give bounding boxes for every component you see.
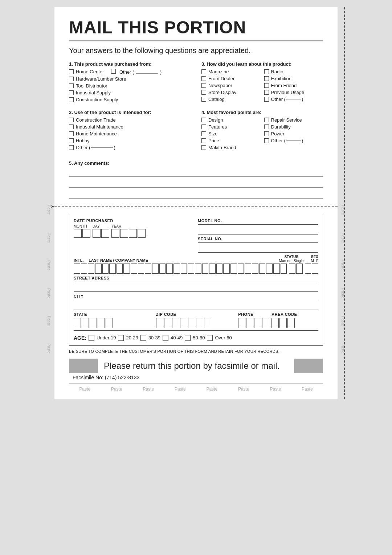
name-cell-24[interactable] <box>238 264 244 274</box>
name-cell-22[interactable] <box>223 264 230 274</box>
name-cell-16[interactable] <box>181 264 187 274</box>
zip-cell-4[interactable] <box>180 318 187 328</box>
name-cell-17[interactable] <box>188 264 194 274</box>
name-cell-12[interactable] <box>152 264 159 274</box>
phone-cell-2[interactable] <box>246 318 253 328</box>
day-cell-1[interactable] <box>93 229 101 238</box>
married-cell[interactable] <box>289 264 295 274</box>
name-cell-3[interactable] <box>88 264 94 274</box>
city-field[interactable] <box>74 300 318 310</box>
month-cell-1[interactable] <box>74 229 82 238</box>
name-cell-25[interactable] <box>245 264 251 274</box>
state-cell-3[interactable] <box>90 318 97 328</box>
q1-cb-2[interactable] <box>69 77 74 81</box>
model-no-field[interactable] <box>198 224 318 234</box>
single-cell[interactable] <box>296 264 303 274</box>
q3-cb-8[interactable] <box>264 83 269 88</box>
q1-cb-other[interactable] <box>111 69 116 74</box>
q4-cb-4[interactable] <box>201 138 206 143</box>
name-cell-9[interactable] <box>131 264 137 274</box>
state-cell-2[interactable] <box>82 318 89 328</box>
q1-cb-3[interactable] <box>69 83 74 88</box>
area-cell-2[interactable] <box>279 318 287 328</box>
name-cell-4[interactable] <box>95 264 102 274</box>
year-cell-1[interactable] <box>111 229 119 238</box>
q3-cb-9[interactable] <box>264 90 269 95</box>
q3-cb-6[interactable] <box>264 69 269 74</box>
q1-cb-4[interactable] <box>69 90 74 95</box>
state-cell-1[interactable] <box>74 318 81 328</box>
name-cell-1[interactable] <box>74 264 80 274</box>
q3-cb-10[interactable] <box>264 97 269 102</box>
day-cell-2[interactable] <box>101 229 109 238</box>
name-cell-7[interactable] <box>117 264 123 274</box>
q4-cb-7[interactable] <box>264 125 269 129</box>
phone-cell-3[interactable] <box>254 318 261 328</box>
q4-cb-5[interactable] <box>201 145 206 150</box>
month-cell-2[interactable] <box>82 229 90 238</box>
m-cell[interactable] <box>305 264 311 274</box>
name-cell-20[interactable] <box>209 264 216 274</box>
q2-cb-5[interactable] <box>69 145 74 150</box>
age-cb-under19[interactable] <box>89 335 94 341</box>
q1-cb-1[interactable] <box>69 69 74 74</box>
q2-cb-3[interactable] <box>69 131 74 136</box>
zip-cell-7[interactable] <box>204 318 211 328</box>
age-cb-3039[interactable] <box>140 335 146 341</box>
name-cell-2[interactable] <box>81 264 87 274</box>
zip-cell-3[interactable] <box>172 318 179 328</box>
area-cell-1[interactable] <box>271 318 279 328</box>
q2-cb-2[interactable] <box>69 125 74 129</box>
area-cell-3[interactable] <box>287 318 295 328</box>
name-cell-26[interactable] <box>252 264 258 274</box>
name-cell-13[interactable] <box>159 264 166 274</box>
zip-cell-2[interactable] <box>164 318 171 328</box>
year-cell-2[interactable] <box>120 229 128 238</box>
name-cell-30[interactable] <box>281 264 287 274</box>
state-cell-4[interactable] <box>98 318 105 328</box>
zip-cell-1[interactable] <box>156 318 163 328</box>
q4-cb-1[interactable] <box>201 118 206 122</box>
name-cell-21[interactable] <box>216 264 223 274</box>
name-cell-29[interactable] <box>273 264 280 274</box>
year-cell-4[interactable] <box>138 229 146 238</box>
q3-cb-1[interactable] <box>201 69 206 74</box>
phone-cell-1[interactable] <box>238 318 245 328</box>
q4-cb-2[interactable] <box>201 125 206 129</box>
q2-cb-4[interactable] <box>69 138 74 143</box>
name-cell-8[interactable] <box>123 264 130 274</box>
serial-no-field[interactable] <box>198 242 318 253</box>
name-cell-14[interactable] <box>166 264 173 274</box>
name-cell-10[interactable] <box>138 264 144 274</box>
name-cell-19[interactable] <box>202 264 209 274</box>
q4-cb-6[interactable] <box>264 118 269 122</box>
street-field[interactable] <box>74 282 318 292</box>
name-cell-18[interactable] <box>195 264 201 274</box>
phone-cell-4[interactable] <box>262 318 269 328</box>
name-cell-11[interactable] <box>145 264 151 274</box>
age-cb-5060[interactable] <box>185 335 191 341</box>
age-cb-2029[interactable] <box>118 335 124 341</box>
state-cell-5[interactable] <box>106 318 113 328</box>
name-cell-6[interactable] <box>109 264 116 274</box>
q1-cb-5[interactable] <box>69 97 74 102</box>
name-cell-5[interactable] <box>102 264 109 274</box>
name-cell-23[interactable] <box>230 264 237 274</box>
name-cell-27[interactable] <box>259 264 266 274</box>
year-cell-3[interactable] <box>129 229 137 238</box>
zip-cell-5[interactable] <box>188 318 195 328</box>
age-cb-4049[interactable] <box>163 335 168 341</box>
zip-cell-6[interactable] <box>196 318 203 328</box>
f-cell[interactable] <box>312 264 318 274</box>
name-cell-28[interactable] <box>266 264 273 274</box>
q4-cb-9[interactable] <box>264 138 269 143</box>
q3-cb-4[interactable] <box>201 90 206 95</box>
q3-cb-5[interactable] <box>201 97 206 102</box>
q3-cb-7[interactable] <box>264 76 269 81</box>
q3-cb-3[interactable] <box>201 83 206 88</box>
q4-cb-3[interactable] <box>201 131 206 136</box>
age-cb-over60[interactable] <box>207 335 213 341</box>
q3-cb-2[interactable] <box>201 76 206 81</box>
q4-cb-8[interactable] <box>264 131 269 136</box>
q2-cb-1[interactable] <box>69 118 74 122</box>
